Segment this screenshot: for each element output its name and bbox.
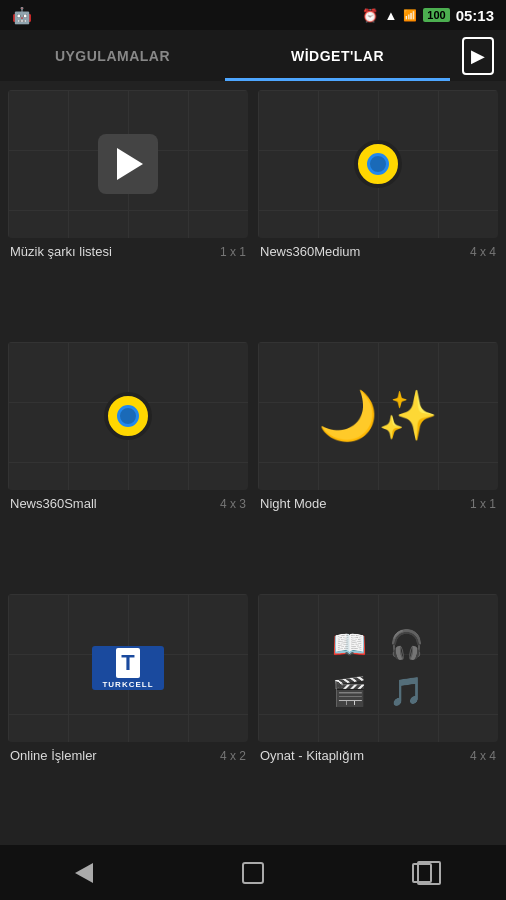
widget-nightmode-size: 1 x 1 — [470, 497, 496, 511]
android-icon: 🤖 — [12, 6, 32, 25]
home-button[interactable] — [223, 853, 283, 893]
wifi-icon: ▲ — [384, 8, 397, 23]
widget-news360small-preview — [8, 342, 248, 490]
widget-oynat-footer: Oynat - Kitaplığım 4 x 4 — [258, 742, 498, 763]
music-note-icon: 🎵 — [380, 670, 433, 713]
recents-icon — [412, 863, 432, 883]
widget-muzik[interactable]: Müzik şarkı listesi 1 x 1 — [8, 90, 248, 332]
battery-icon: 100 — [423, 8, 449, 22]
widget-online-size: 4 x 2 — [220, 749, 246, 763]
widget-nightmode-icon: 🌙✨ — [318, 392, 438, 440]
status-time: 05:13 — [456, 7, 494, 24]
recents-button[interactable] — [392, 853, 452, 893]
widget-muzik-preview — [8, 90, 248, 238]
widget-news360small[interactable]: News360Small 4 x 3 — [8, 342, 248, 584]
widget-online-name: Online İşlemler — [10, 748, 97, 763]
widget-muzik-footer: Müzik şarkı listesi 1 x 1 — [8, 238, 248, 259]
clock-icon: ⏰ — [362, 8, 378, 23]
widget-online-preview: T TURKCELL — [8, 594, 248, 742]
widget-nightmode[interactable]: 🌙✨ Night Mode 1 x 1 — [258, 342, 498, 584]
widget-oynat-preview: 📖 🎧 🎬 🎵 — [258, 594, 498, 742]
widget-muzik-name: Müzik şarkı listesi — [10, 244, 112, 259]
widget-nightmode-preview: 🌙✨ — [258, 342, 498, 490]
widget-news360small-footer: News360Small 4 x 3 — [8, 490, 248, 511]
turkcell-logo-icon: T — [116, 648, 139, 678]
widgets-grid: Müzik şarkı listesi 1 x 1 News360Medium … — [0, 82, 506, 844]
widget-news360medium-icon — [354, 140, 402, 188]
store-icon: ▶ — [462, 37, 494, 75]
widget-news360medium-preview — [258, 90, 498, 238]
widget-oynat[interactable]: 📖 🎧 🎬 🎵 Oynat - Kitaplığım 4 x 4 — [258, 594, 498, 836]
nav-bar — [0, 844, 506, 900]
signal-icon: 📶 — [403, 9, 417, 22]
back-arrow-icon — [75, 863, 93, 883]
widget-oynat-name: Oynat - Kitaplığım — [260, 748, 364, 763]
tab-apps[interactable]: UYGULAMALAR — [0, 30, 225, 81]
home-icon — [242, 862, 264, 884]
film-icon: 🎬 — [323, 670, 376, 713]
widget-nightmode-footer: Night Mode 1 x 1 — [258, 490, 498, 511]
widget-nightmode-name: Night Mode — [260, 496, 326, 511]
status-bar: 🤖 ⏰ ▲ 📶 100 05:13 — [0, 0, 506, 30]
widget-online[interactable]: T TURKCELL Online İşlemler 4 x 2 — [8, 594, 248, 836]
headphones-icon: 🎧 — [380, 623, 433, 666]
widget-oynat-size: 4 x 4 — [470, 749, 496, 763]
status-bar-right: ⏰ ▲ 📶 100 05:13 — [362, 7, 494, 24]
library-icons-grid: 📖 🎧 🎬 🎵 — [323, 623, 433, 713]
book-icon: 📖 — [323, 623, 376, 666]
store-button[interactable]: ▶ — [450, 30, 506, 81]
status-bar-left: 🤖 — [12, 6, 32, 25]
widget-news360medium[interactable]: News360Medium 4 x 4 — [258, 90, 498, 332]
play-store-icon: ▶ — [471, 45, 485, 67]
widget-online-icon: T TURKCELL — [92, 646, 164, 690]
widget-news360medium-footer: News360Medium 4 x 4 — [258, 238, 498, 259]
widget-news360small-icon — [104, 392, 152, 440]
back-button[interactable] — [54, 853, 114, 893]
widget-news360small-name: News360Small — [10, 496, 97, 511]
widget-news360medium-name: News360Medium — [260, 244, 360, 259]
widget-online-footer: Online İşlemler 4 x 2 — [8, 742, 248, 763]
widget-oynat-icon: 📖 🎧 🎬 🎵 — [323, 623, 433, 713]
widget-muzik-icon — [98, 134, 158, 194]
widget-news360small-size: 4 x 3 — [220, 497, 246, 511]
widget-news360medium-size: 4 x 4 — [470, 245, 496, 259]
widget-muzik-size: 1 x 1 — [220, 245, 246, 259]
tab-widgets[interactable]: WİDGET'LAR — [225, 30, 450, 81]
tabs-bar: UYGULAMALAR WİDGET'LAR ▶ — [0, 30, 506, 82]
